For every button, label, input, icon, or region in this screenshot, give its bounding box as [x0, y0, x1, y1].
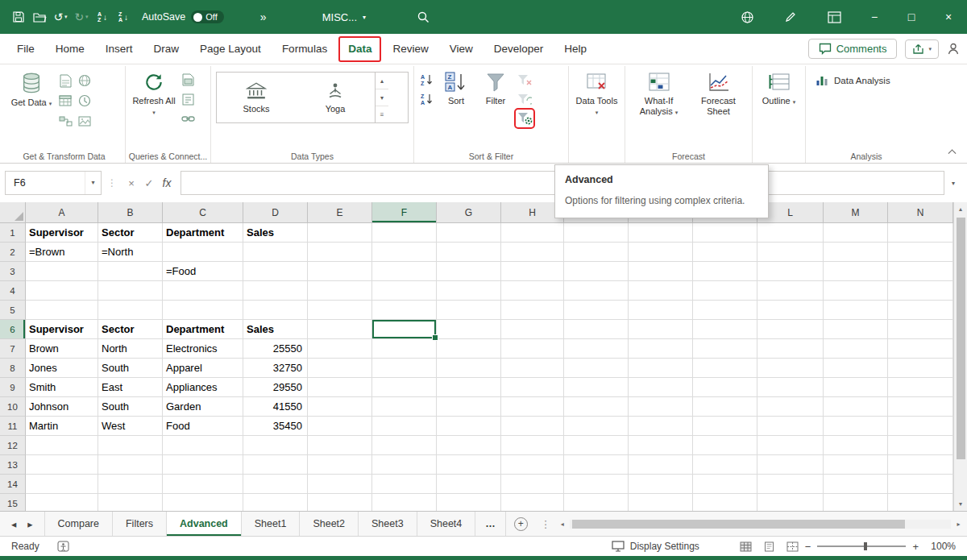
cell-G4[interactable]: [437, 281, 501, 301]
cell-E9[interactable]: [308, 378, 372, 397]
cell-B6[interactable]: Sector: [98, 320, 163, 339]
cell-M14[interactable]: [824, 475, 888, 494]
qat-overflow-button[interactable]: »: [253, 6, 274, 28]
cell-A15[interactable]: [26, 494, 98, 511]
cell-M6[interactable]: [824, 320, 888, 339]
cell-H3[interactable]: [501, 262, 564, 281]
data-type-stocks[interactable]: Stocks: [217, 73, 296, 122]
cell-J4[interactable]: [629, 281, 693, 301]
gallery-down-button[interactable]: ▾: [376, 89, 388, 106]
cell-B1[interactable]: Sector: [98, 223, 163, 243]
cell-J7[interactable]: [629, 339, 693, 359]
search-icon[interactable]: [413, 6, 434, 28]
column-header-M[interactable]: M: [824, 202, 888, 223]
cell-B11[interactable]: West: [98, 417, 163, 436]
zoom-slider[interactable]: [817, 545, 906, 547]
cell-D9[interactable]: 29550: [243, 378, 308, 397]
sort-button[interactable]: ZA Sort: [438, 68, 475, 106]
cell-N14[interactable]: [888, 475, 953, 494]
cell-I13[interactable]: [564, 455, 629, 475]
cell-G12[interactable]: [437, 436, 501, 455]
cell-D7[interactable]: 25550: [243, 339, 308, 359]
cell-K7[interactable]: [693, 339, 757, 359]
cell-M9[interactable]: [824, 378, 888, 397]
cell-A14[interactable]: [26, 475, 98, 494]
add-sheet-button[interactable]: +: [506, 512, 536, 536]
cell-D6[interactable]: Sales: [243, 320, 308, 339]
cell-E7[interactable]: [308, 339, 372, 359]
cell-G6[interactable]: [437, 320, 501, 339]
cell-M11[interactable]: [824, 417, 888, 436]
cell-D5[interactable]: [243, 301, 308, 320]
cell-H14[interactable]: [501, 475, 564, 494]
tab-file[interactable]: File: [6, 35, 45, 63]
cell-D14[interactable]: [243, 475, 308, 494]
cell-C5[interactable]: [163, 301, 243, 320]
cell-C7[interactable]: Electronics: [163, 339, 243, 359]
cell-F13[interactable]: [372, 455, 437, 475]
minimize-button[interactable]: −: [856, 0, 893, 34]
cell-F15[interactable]: [372, 494, 437, 511]
cell-I3[interactable]: [564, 262, 629, 281]
cell-C6[interactable]: Department: [163, 320, 243, 339]
sheet-tab-sheet4[interactable]: Sheet4: [417, 512, 476, 536]
cell-C8[interactable]: Apparel: [163, 359, 243, 378]
autosave-toggle[interactable]: AutoSave Off: [142, 10, 224, 23]
queries-connections-icon[interactable]: [180, 72, 196, 88]
cell-B3[interactable]: [98, 262, 163, 281]
insert-function-button[interactable]: fx: [158, 173, 176, 193]
undo-button[interactable]: ↺▾: [50, 6, 71, 28]
sort-z-to-a-button[interactable]: ZA: [419, 91, 435, 107]
cell-H5[interactable]: [501, 301, 564, 320]
scroll-down-icon[interactable]: ▾: [954, 497, 967, 511]
display-settings-button[interactable]: Display Settings: [604, 541, 708, 552]
cell-F3[interactable]: [372, 262, 437, 281]
cell-F8[interactable]: [372, 359, 437, 378]
people-icon[interactable]: [947, 43, 961, 55]
advanced-filter-button[interactable]: [517, 110, 533, 127]
cell-J3[interactable]: [629, 262, 693, 281]
cell-J13[interactable]: [629, 455, 693, 475]
column-header-B[interactable]: B: [98, 202, 163, 223]
cell-C13[interactable]: [163, 455, 243, 475]
cell-I8[interactable]: [564, 359, 629, 378]
cell-I14[interactable]: [564, 475, 629, 494]
ribbon-options-icon[interactable]: [824, 6, 845, 28]
maximize-button[interactable]: □: [893, 0, 930, 34]
cell-A3[interactable]: [26, 262, 98, 281]
cell-C2[interactable]: [163, 243, 243, 262]
what-if-analysis-button[interactable]: What-If Analysis ▾: [630, 68, 687, 118]
cell-J2[interactable]: [629, 243, 693, 262]
cell-D3[interactable]: [243, 262, 308, 281]
cell-L14[interactable]: [757, 475, 824, 494]
sheet-tab-advanced[interactable]: Advanced: [167, 512, 242, 536]
properties-icon[interactable]: [180, 91, 196, 107]
cell-M1[interactable]: [824, 223, 888, 243]
cell-A8[interactable]: Jones: [26, 359, 98, 378]
cell-L2[interactable]: [757, 243, 824, 262]
clear-filter-button[interactable]: [517, 72, 533, 88]
outline-button[interactable]: Outline ▾: [757, 68, 800, 107]
column-header-D[interactable]: D: [243, 202, 308, 223]
row-header-9[interactable]: 9: [0, 378, 26, 397]
cell-K9[interactable]: [693, 378, 757, 397]
cell-F1[interactable]: [372, 223, 437, 243]
tab-draw[interactable]: Draw: [143, 35, 190, 63]
from-text-csv-icon[interactable]: [57, 73, 73, 89]
cell-E2[interactable]: [308, 243, 372, 262]
name-box-dropdown-icon[interactable]: ▾: [85, 172, 101, 194]
cell-H13[interactable]: [501, 455, 564, 475]
cell-I10[interactable]: [564, 397, 629, 417]
row-header-11[interactable]: 11: [0, 417, 26, 436]
cell-D8[interactable]: 32750: [243, 359, 308, 378]
cell-I2[interactable]: [564, 243, 629, 262]
cell-K6[interactable]: [693, 320, 757, 339]
cell-G9[interactable]: [437, 378, 501, 397]
cell-G7[interactable]: [437, 339, 501, 359]
cell-E6[interactable]: [308, 320, 372, 339]
cell-D12[interactable]: [243, 436, 308, 455]
cell-K3[interactable]: [693, 262, 757, 281]
cell-C4[interactable]: [163, 281, 243, 301]
recent-sources-icon[interactable]: [77, 93, 93, 109]
tab-page-layout[interactable]: Page Layout: [189, 35, 272, 63]
